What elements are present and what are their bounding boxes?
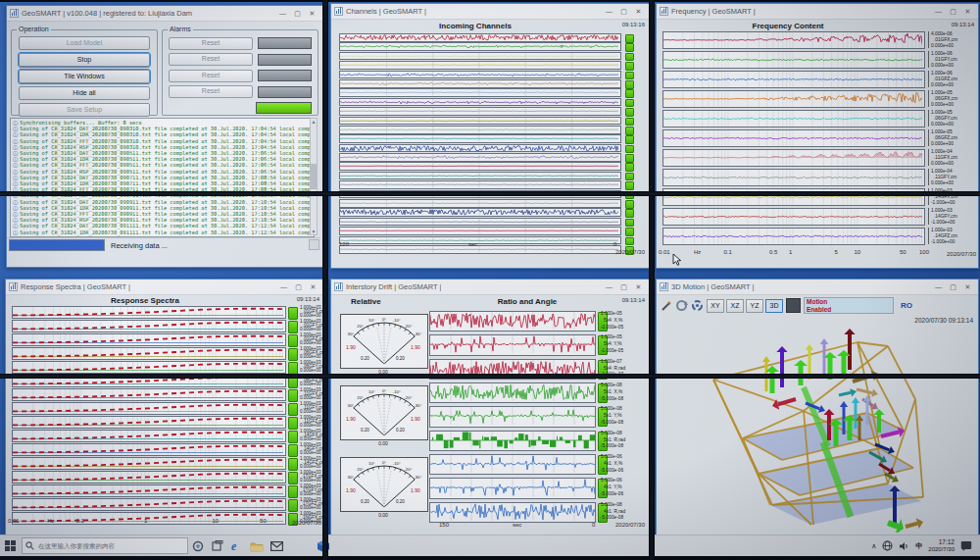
maximize-button[interactable]: ▢	[290, 8, 305, 20]
minimize-button[interactable]: —	[931, 281, 946, 293]
svg-text:30°: 30°	[348, 475, 355, 480]
color-swatch[interactable]	[786, 298, 801, 313]
alarm-reset-button[interactable]: Reset	[169, 53, 253, 66]
operation-button-load-model[interactable]: Load Model	[19, 36, 150, 50]
svg-text:10°: 10°	[368, 389, 375, 394]
progress-bar	[9, 239, 105, 251]
tray-clock[interactable]: 17:122020/7/30	[928, 538, 955, 553]
close-button[interactable]: ✕	[306, 281, 320, 293]
close-button[interactable]: ✕	[305, 8, 319, 20]
log-scrollbar[interactable]: ▲▼	[310, 118, 318, 235]
mail-icon[interactable]	[267, 535, 286, 556]
window-channels: Channels | GeoSMART | —▢✕ Incoming Chann…	[330, 3, 650, 269]
minimize-button[interactable]: —	[275, 8, 290, 20]
close-button[interactable]: ✕	[960, 6, 975, 18]
operation-button-stop[interactable]: Stop	[19, 53, 150, 67]
operation-button-tile-windows[interactable]: Tile Windows	[19, 70, 150, 83]
ime-indicator[interactable]: 中	[915, 541, 922, 551]
view-button-xz[interactable]: XZ	[726, 299, 744, 313]
titlebar[interactable]: Channels | GeoSMART | —▢✕	[331, 4, 649, 20]
drift-row: 5.000e-085v1: Y,%-5.000e-08	[429, 406, 596, 427]
drift-row: 2.000e-055v4: X,%-2.000e-05	[429, 311, 596, 331]
3d-model-view[interactable]	[657, 329, 976, 533]
titlebar[interactable]: Frequency | GeoSMART | —▢✕	[657, 4, 978, 20]
svg-text:1.90: 1.90	[346, 416, 356, 422]
view-button-yz[interactable]: YZ	[746, 299, 763, 313]
close-button[interactable]: ✕	[631, 281, 646, 293]
frequency-row: 1.000e-03.14GFZ,cm-1.000e+00	[662, 228, 925, 245]
close-button[interactable]: ✕	[631, 6, 646, 18]
window-3d-motion: 3D Motion | GeoSMART | —▢✕ XYXZYZ3D Moti…	[656, 279, 979, 535]
titlebar[interactable]: 3D Motion | GeoSMART | —▢✕	[657, 280, 978, 295]
frequency-row: 1.000e-05.06GFX,cm0.000e+00	[662, 90, 925, 108]
drift-scale-label: 5.000e-064v1: X,%-5.000e-06	[599, 454, 644, 473]
maximize-button[interactable]: ▢	[616, 6, 631, 18]
channel-status-led	[625, 219, 634, 228]
rotate-icon[interactable]	[691, 299, 704, 312]
orbit-icon[interactable]	[675, 299, 688, 312]
app-icon	[334, 7, 343, 16]
spectrum-status-led	[288, 485, 298, 498]
response-spectrum-row: 1.000e+03.14GFZ,cm0.000e+00	[12, 457, 286, 470]
alarm-row: Reset	[169, 85, 312, 98]
edit-icon[interactable]	[661, 300, 672, 312]
minimize-button[interactable]: —	[602, 281, 616, 293]
channel-row	[339, 52, 621, 61]
channel-status-led	[625, 127, 634, 135]
minimize-button[interactable]: —	[276, 281, 291, 293]
maximize-button[interactable]: ▢	[946, 6, 960, 18]
tray-chevron[interactable]: ∧	[871, 542, 876, 550]
log-line: ⓘSaving of CR_31024_IDR_20200730_090310.…	[13, 131, 312, 137]
resize-grip[interactable]	[309, 239, 319, 250]
maximize-button[interactable]: ▢	[616, 281, 631, 293]
svg-text:30°: 30°	[348, 403, 355, 408]
view-button-xy[interactable]: XY	[707, 299, 724, 313]
operation-button-save-setup[interactable]: Save Setup	[19, 103, 150, 117]
notification-icon[interactable]	[960, 540, 972, 551]
channel-row	[339, 199, 621, 208]
channel-row	[339, 153, 621, 162]
titlebar[interactable]: GeoSMART | v100.048 | registered to: Liu…	[7, 6, 322, 22]
drift-row: 5.000e-064v1: Y,%-5.000e-06	[429, 478, 596, 498]
channel-row	[339, 180, 621, 189]
minimize-button[interactable]: —	[931, 6, 946, 18]
event-log[interactable]: ⓘSynchronising buffers... Buffer: 8 secs…	[10, 118, 315, 237]
file-explorer-icon[interactable]	[247, 535, 267, 556]
cortana-icon[interactable]	[188, 535, 208, 556]
log-line: ⓘSaving of CR_31024_IDR_20200730_091111.…	[13, 229, 312, 235]
maximize-button[interactable]: ▢	[291, 281, 306, 293]
titlebar[interactable]: Interstory Drift | GeoSMART | —▢✕	[331, 280, 649, 295]
window-title: GeoSMART | v100.048 | registered to: Liu…	[22, 9, 192, 18]
monitor-bezel	[649, 0, 655, 560]
channel-row	[339, 236, 621, 245]
window-title: 3D Motion | GeoSMART |	[671, 282, 755, 291]
start-button[interactable]	[0, 535, 20, 556]
taskbar-search[interactable]	[22, 537, 188, 554]
volume-icon[interactable]	[899, 541, 909, 551]
alarm-reset-button[interactable]: Reset	[169, 37, 253, 50]
channel-row	[339, 218, 621, 227]
window-title: Interstory Drift | GeoSMART |	[346, 282, 441, 291]
task-view-icon[interactable]	[208, 535, 227, 556]
network-icon[interactable]	[882, 540, 893, 551]
x-axis-tick: 50	[900, 249, 906, 255]
minimize-button[interactable]: —	[602, 6, 616, 18]
operation-button-hide-all[interactable]: Hide all	[19, 86, 150, 100]
maximize-button[interactable]: ▢	[946, 281, 960, 293]
date-readout: 2020/07/30	[947, 251, 976, 257]
channel-row	[339, 227, 621, 235]
response-spectrum-row: 1.000e+03.01GFY,cm0.000e+00	[12, 320, 286, 332]
channel-row	[339, 61, 621, 70]
view-button-3d[interactable]: 3D	[765, 299, 783, 313]
search-input[interactable]	[36, 541, 177, 550]
alarm-reset-button[interactable]: Reset	[169, 70, 253, 82]
status-bar: Receiving data ...	[7, 237, 320, 252]
titlebar[interactable]: Response Spectra | GeoSMART | —▢✕	[6, 280, 323, 295]
channel-row	[339, 117, 621, 126]
frequency-row: 1.000e-06.01GFY,cm0.000e+00	[662, 51, 925, 69]
alarm-reset-button[interactable]: Reset	[169, 85, 253, 98]
close-button[interactable]: ✕	[960, 281, 975, 293]
clock-readout: 09:13:14	[952, 22, 974, 27]
edge-icon[interactable]: e	[227, 535, 247, 556]
drift-scale-label: 5.000e-084v1: R,rad-5.000e-08	[599, 502, 644, 521]
